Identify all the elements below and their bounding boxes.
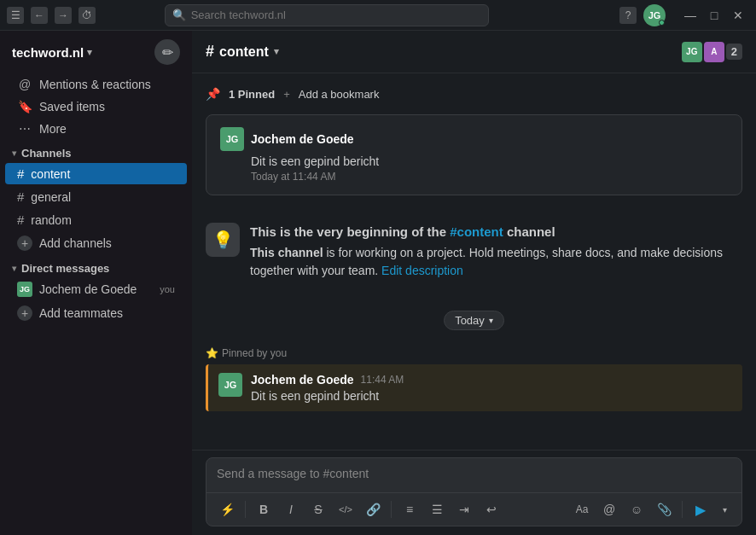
messages-area: 📌 1 Pinned + Add a bookmark JG Jochem de…: [192, 73, 756, 450]
add-channels-button[interactable]: + Add channels: [5, 232, 187, 254]
ordered-list-button[interactable]: ≡: [398, 497, 422, 521]
pinned-author-name: Jochem de Goede: [251, 132, 354, 146]
channels-section-header[interactable]: ▾ Channels: [0, 140, 192, 162]
dm-user-name: Jochem de Goede: [39, 282, 137, 296]
channel-header: # content ▾ JG A 2: [192, 31, 756, 73]
code-button[interactable]: </>: [334, 497, 358, 521]
pinned-msg-author: Jochem de Goede: [251, 373, 354, 387]
main-layout: techword.nl ▾ ✏ @ Mentions & reactions 🔖…: [0, 31, 756, 535]
dm-chevron-icon: ▾: [12, 264, 16, 273]
pinned-msg-text: Dit is een gepind bericht: [251, 389, 404, 403]
toolbar-divider-3: [682, 501, 683, 518]
attach-button[interactable]: 📎: [652, 497, 676, 521]
plus-icon: +: [17, 305, 32, 321]
sidebar-item-more[interactable]: ⋯ More: [5, 119, 187, 139]
link-button[interactable]: 🔗: [361, 497, 385, 521]
strikethrough-button[interactable]: S: [306, 497, 330, 521]
dm-section-header[interactable]: ▾ Direct messages: [0, 255, 192, 277]
message-input-box: Send a message to #content ⚡ B I S </> 🔗…: [206, 457, 742, 526]
plus-icon: +: [17, 236, 32, 251]
hash-icon: #: [17, 166, 24, 181]
sidebar-item-label: Mentions & reactions: [39, 78, 151, 91]
pinned-msg-time: 11:44 AM: [361, 374, 404, 386]
members-count[interactable]: 2: [726, 44, 742, 60]
intro-title: This is the very beginning of the #conte…: [250, 223, 742, 241]
quote-button[interactable]: ↩: [480, 497, 503, 521]
pinned-card: JG Jochem de Goede Dit is een gepind ber…: [206, 114, 742, 195]
intro-text: This is the very beginning of the #conte…: [250, 223, 742, 280]
channel-hash-icon: #: [206, 43, 214, 61]
sidebar-item-saved[interactable]: 🔖 Saved items: [5, 96, 187, 117]
channels-section-label: Channels: [21, 147, 72, 160]
workspace-header[interactable]: techword.nl ▾ ✏: [0, 31, 192, 73]
edit-description-link[interactable]: Edit description: [381, 264, 463, 277]
add-channels-label: Add channels: [39, 236, 112, 250]
hash-icon: #: [17, 189, 24, 204]
today-pill[interactable]: Today ▾: [444, 311, 504, 330]
lightning-button[interactable]: ⚡: [215, 497, 239, 521]
toolbar-divider-2: [391, 501, 392, 518]
workspace-chevron-icon: ▾: [87, 47, 92, 58]
bold-button[interactable]: B: [252, 497, 276, 521]
channel-intro: 💡 This is the very beginning of the #con…: [206, 209, 742, 294]
dm-you-badge: you: [160, 284, 175, 294]
pinned-author-row: JG Jochem de Goede: [220, 127, 728, 151]
members-avatars[interactable]: JG A 2: [682, 42, 742, 62]
sidebar-item-random[interactable]: # random: [5, 209, 187, 230]
add-teammates-label: Add teammates: [39, 306, 123, 320]
mention-button[interactable]: @: [597, 497, 621, 521]
emoji-button[interactable]: ☺: [625, 497, 648, 521]
add-teammates-button[interactable]: + Add teammates: [5, 302, 187, 324]
italic-button[interactable]: I: [279, 497, 303, 521]
sidebar-item-label: More: [39, 122, 67, 136]
channel-name: random: [31, 213, 71, 227]
channel-header-right: JG A 2: [682, 42, 742, 62]
sidebar-item-dm-jochem[interactable]: JG Jochem de Goede you: [5, 278, 187, 300]
search-input[interactable]: [191, 9, 481, 21]
pinned-count[interactable]: 1 Pinned: [229, 88, 275, 101]
today-chevron-icon: ▾: [489, 316, 493, 325]
sidebar: techword.nl ▾ ✏ @ Mentions & reactions 🔖…: [0, 31, 192, 535]
history-button[interactable]: ⏱: [79, 7, 96, 24]
indent-button[interactable]: ⇥: [452, 497, 476, 521]
add-bookmark-button[interactable]: Add a bookmark: [299, 88, 380, 101]
format-button[interactable]: Aa: [570, 497, 594, 521]
forward-button[interactable]: →: [55, 7, 72, 24]
bookmark-plus: +: [283, 88, 290, 101]
send-button[interactable]: ▶: [689, 497, 712, 521]
workspace-name: techword.nl ▾: [12, 45, 92, 60]
user-avatar[interactable]: JG: [643, 4, 666, 26]
compose-button[interactable]: ✏: [154, 39, 180, 65]
member-avatar-1: JG: [682, 42, 702, 62]
maximize-button[interactable]: □: [703, 4, 725, 26]
send-arrow-icon: ▶: [695, 502, 706, 518]
send-dropdown-button[interactable]: ▾: [716, 497, 733, 521]
window-controls: — □ ✕: [679, 4, 749, 26]
pin-star-icon: ⭐: [206, 347, 218, 359]
search-bar[interactable]: 🔍: [165, 4, 489, 26]
close-button[interactable]: ✕: [727, 4, 749, 26]
channel-name: content: [219, 44, 269, 60]
intro-icon: 💡: [206, 223, 240, 257]
pinned-msg-row: JG Jochem de Goede 11:44 AM Dit is een g…: [206, 364, 742, 411]
today-divider: Today ▾: [206, 311, 742, 330]
sidebar-item-general[interactable]: # general: [5, 186, 187, 207]
unordered-list-button[interactable]: ☰: [425, 497, 449, 521]
channels-chevron-icon: ▾: [12, 148, 16, 158]
pinned-message-time: Today at 11:44 AM: [251, 171, 728, 183]
hamburger-button[interactable]: ☰: [7, 7, 24, 24]
pinned-by-text: ⭐ Pinned by you: [206, 347, 742, 359]
back-button[interactable]: ←: [31, 7, 48, 24]
help-button[interactable]: ?: [619, 7, 637, 24]
sidebar-item-mentions[interactable]: @ Mentions & reactions: [5, 74, 187, 95]
more-icon: ⋯: [17, 122, 32, 136]
message-input-placeholder[interactable]: Send a message to #content: [206, 458, 741, 492]
minimize-button[interactable]: —: [679, 4, 701, 26]
message-toolbar: ⚡ B I S </> 🔗 ≡ ☰ ⇥ ↩ Aa @ ☺ 📎: [206, 492, 741, 526]
intro-desc: This channel is for working on a project…: [250, 244, 742, 280]
hash-icon: #: [17, 212, 24, 227]
channel-name: content: [31, 167, 70, 181]
channel-link[interactable]: #content: [450, 224, 503, 239]
channel-title[interactable]: # content ▾: [206, 43, 279, 61]
sidebar-item-content[interactable]: # content: [5, 163, 187, 184]
